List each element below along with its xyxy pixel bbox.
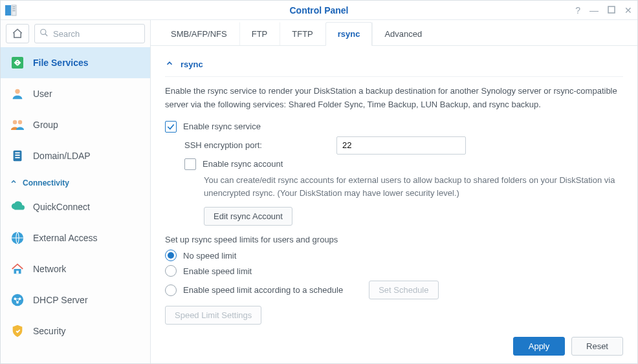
sidebar-top [1, 20, 150, 47]
tab-advanced[interactable]: Advanced [372, 22, 434, 45]
sidebar-item-label: DHCP Server [33, 295, 88, 305]
domain-ldap-icon [10, 148, 25, 164]
row-enable-account: Enable rsync account [165, 158, 623, 170]
sidebar-item-group[interactable]: Group [1, 109, 150, 140]
svg-rect-15 [15, 157, 19, 158]
tab-ftp[interactable]: FTP [239, 22, 280, 45]
svg-rect-3 [13, 8, 16, 9]
quickconnect-icon [10, 199, 25, 215]
svg-rect-13 [15, 153, 19, 154]
svg-point-11 [18, 120, 22, 124]
minimize-icon[interactable]: — [589, 5, 599, 16]
network-icon [10, 261, 25, 277]
sidebar-item-label: User [33, 89, 52, 99]
footer: Apply Reset [151, 329, 637, 363]
svg-rect-18 [16, 271, 19, 274]
row-ssh-port: SSH encryption port: [165, 136, 623, 155]
section-title: rsync [181, 59, 203, 69]
svg-point-19 [12, 294, 23, 306]
ssh-port-input[interactable] [336, 136, 466, 155]
sidebar-item-external-access[interactable]: External Access [1, 222, 150, 253]
rsync-account-help: You can create/edit rsync accounts for e… [165, 174, 623, 201]
sidebar-item-label: Security [33, 326, 66, 336]
svg-point-10 [13, 120, 17, 124]
chevron-up-icon [10, 178, 17, 187]
sidebar-item-label: Domain/LDAP [33, 151, 91, 161]
app-icon [3, 3, 19, 18]
content: rsync Enable the rsync service to render… [151, 46, 637, 329]
row-speed-settings: Speed Limit Settings [165, 306, 623, 325]
apply-button[interactable]: Apply [513, 337, 565, 356]
row-edit-account: Edit rsync Account [165, 207, 623, 226]
tab-smb-afp-nfs[interactable]: SMB/AFP/NFS [159, 22, 239, 45]
window-controls: ? — ✕ [575, 1, 632, 20]
close-icon[interactable]: ✕ [624, 5, 632, 16]
tab-label: TFTP [292, 29, 313, 39]
svg-rect-5 [608, 6, 615, 13]
tab-label: rsync [338, 29, 360, 39]
speed-limit-none-label: No speed limit [183, 251, 236, 261]
row-enable-rsync: Enable rsync service [165, 121, 623, 133]
shield-icon [10, 323, 25, 339]
tab-label: SMB/AFP/NFS [171, 29, 227, 39]
sidebar-item-quickconnect[interactable]: QuickConnect [1, 191, 150, 222]
maximize-icon[interactable] [608, 5, 615, 16]
svg-rect-4 [13, 10, 16, 11]
tabs: SMB/AFP/NFS FTP TFTP rsync Advanced [151, 20, 637, 46]
sidebar-item-network[interactable]: Network [1, 253, 150, 284]
body: File Services User Group [1, 20, 637, 363]
section-header-rsync[interactable]: rsync [165, 55, 623, 77]
help-icon[interactable]: ? [575, 5, 580, 16]
nav: File Services User Group [1, 47, 150, 363]
tab-rsync[interactable]: rsync [325, 22, 373, 46]
external-access-icon [10, 230, 25, 246]
set-schedule-button[interactable]: Set Schedule [369, 281, 438, 299]
row-speed-none: No speed limit [165, 250, 623, 261]
file-services-icon [10, 55, 25, 70]
enable-rsync-label: Enable rsync service [183, 122, 261, 131]
row-speed-schedule: Enable speed limit according to a schedu… [165, 281, 623, 299]
sidebar: File Services User Group [1, 20, 151, 363]
speed-limit-schedule-label: Enable speed limit according to a schedu… [183, 285, 343, 295]
sidebar-item-security[interactable]: Security [1, 316, 150, 347]
svg-rect-2 [13, 6, 16, 7]
speed-limit-schedule-radio[interactable] [165, 284, 177, 296]
speed-limit-heading: Set up rsync speed limits for users and … [165, 235, 623, 244]
enable-rsync-checkbox[interactable] [165, 121, 177, 133]
control-panel-window: Control Panel ? — ✕ [0, 0, 638, 364]
sidebar-section-label: Connectivity [23, 178, 69, 187]
user-icon [10, 86, 25, 102]
speed-limit-none-radio[interactable] [165, 250, 177, 261]
speed-limit-enable-radio[interactable] [165, 265, 177, 277]
sidebar-section-connectivity[interactable]: Connectivity [1, 171, 150, 191]
edit-rsync-account-button[interactable]: Edit rsync Account [204, 207, 292, 226]
sidebar-item-dhcp-server[interactable]: DHCP Server [1, 284, 150, 316]
tab-label: Advanced [384, 29, 422, 39]
titlebar: Control Panel ? — ✕ [1, 1, 637, 20]
svg-rect-0 [5, 5, 11, 16]
tab-tftp[interactable]: TFTP [280, 22, 325, 45]
sidebar-item-label: External Access [33, 233, 98, 243]
sidebar-item-domain-ldap[interactable]: Domain/LDAP [1, 140, 150, 171]
sidebar-item-user[interactable]: User [1, 78, 150, 109]
reset-button[interactable]: Reset [571, 337, 623, 356]
ssh-port-label: SSH encryption port: [184, 140, 336, 150]
main: SMB/AFP/NFS FTP TFTP rsync Advanced rsyn… [151, 20, 637, 363]
search-wrap [34, 24, 145, 43]
search-input[interactable] [34, 24, 145, 43]
svg-point-9 [15, 89, 19, 94]
home-button[interactable] [6, 24, 29, 43]
sidebar-item-label: Group [33, 120, 58, 130]
window-title: Control Panel [289, 5, 348, 16]
speed-limit-enable-label: Enable speed limit [183, 266, 252, 276]
tab-label: FTP [252, 29, 268, 39]
group-icon [10, 117, 25, 133]
chevron-up-icon [165, 59, 174, 70]
sidebar-item-label: QuickConnect [33, 202, 90, 212]
speed-limit-settings-button[interactable]: Speed Limit Settings [165, 306, 261, 325]
enable-rsync-account-label: Enable rsync account [203, 159, 283, 169]
enable-rsync-account-checkbox[interactable] [184, 158, 196, 170]
svg-rect-14 [15, 155, 19, 156]
row-speed-enable: Enable speed limit [165, 265, 623, 277]
sidebar-item-file-services[interactable]: File Services [1, 47, 150, 78]
